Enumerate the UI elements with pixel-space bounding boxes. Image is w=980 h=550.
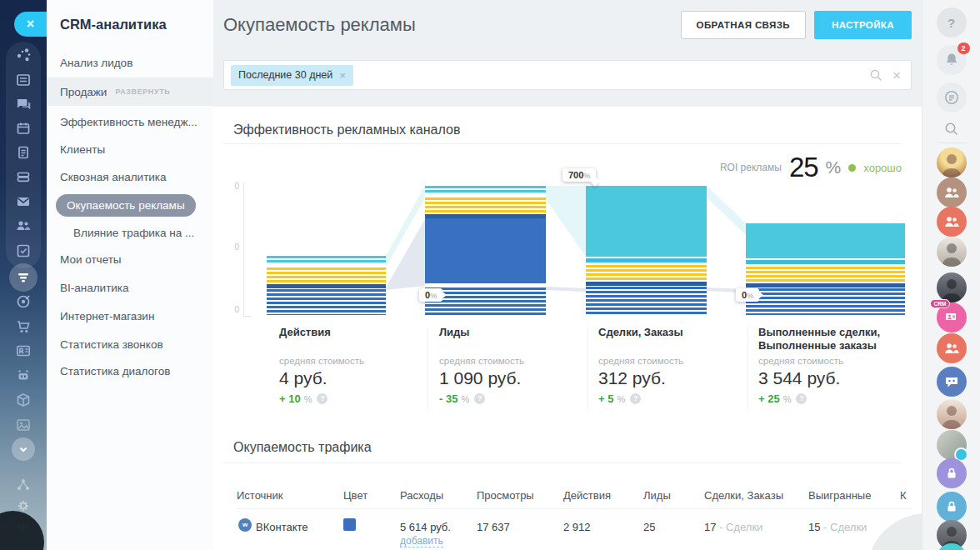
bell-icon	[943, 52, 960, 68]
avatar-group-1[interactable]	[937, 178, 967, 208]
sidebar-item-ad-payback-selected[interactable]: Окупаемость рекламы	[47, 191, 213, 219]
sidebar-item-clients[interactable]: Клиенты	[47, 135, 213, 163]
help-icon[interactable]: ?	[630, 393, 641, 404]
col-header-deals[interactable]: Сделки, Заказы	[704, 489, 783, 502]
search-button[interactable]	[937, 114, 967, 144]
col-header-views[interactable]: Просмотры	[477, 489, 534, 502]
funnel-section-title: Эффективность рекламных каналов	[233, 122, 460, 138]
avatar-workspace[interactable]	[937, 430, 967, 460]
tooltip-unit: %	[583, 172, 590, 180]
traffic-section-title: Окупаемость трафика	[233, 440, 372, 455]
chat-icon[interactable]	[15, 96, 32, 112]
sidebar-title: CRM-аналитика	[60, 17, 167, 32]
section-divider	[223, 143, 902, 144]
card-delta-unit: %	[461, 394, 469, 404]
color-swatch[interactable]	[343, 518, 356, 531]
add-expenses-link[interactable]: добавить	[400, 535, 443, 548]
sidebar-item-lead-analysis[interactable]: Анализ лидов	[47, 48, 213, 77]
crm-funnel-icon-active[interactable]	[9, 263, 38, 292]
chevron-down-icon[interactable]	[12, 438, 35, 461]
tooltip-unit: %	[430, 292, 437, 300]
cell-source[interactable]: ВКонтакте	[256, 521, 308, 533]
y-tick: 0	[228, 242, 239, 252]
chip-remove-icon[interactable]: ×	[339, 69, 346, 82]
col-header-won[interactable]: Выигранные	[808, 489, 871, 502]
col-header-clipped[interactable]: К	[900, 489, 907, 502]
network-icon[interactable]	[15, 47, 32, 63]
avatar-user-2[interactable]	[937, 237, 967, 267]
sidebar-item-online-store[interactable]: Интернет-магазин	[47, 302, 213, 330]
card-subtitle: средняя стоимость	[279, 356, 422, 366]
group-icon	[942, 339, 961, 358]
col-header-source[interactable]: Источник	[237, 489, 283, 502]
metric-card-leads: Лиды средняя стоимость 1 090 руб. - 35%?	[439, 326, 582, 405]
main-content: Окупаемость рекламы ОБРАТНАЯ СВЯЗЬ НАСТР…	[213, 0, 922, 550]
drive-icon[interactable]	[15, 168, 32, 185]
col-header-expenses[interactable]: Расходы	[400, 489, 443, 502]
card-delta-unit: %	[617, 394, 625, 404]
contact-card-icon[interactable]	[15, 342, 32, 359]
calendar-icon[interactable]	[15, 120, 32, 137]
help-icon[interactable]: ?	[474, 393, 485, 404]
search-icon[interactable]	[869, 68, 882, 82]
sidebar-item-traffic-influence[interactable]: Влияние трафика на ...	[47, 218, 213, 247]
box-icon[interactable]	[15, 392, 32, 408]
avatar-user-1[interactable]	[937, 148, 967, 178]
tasks-icon[interactable]	[15, 242, 32, 259]
help-button[interactable]: ?	[937, 8, 967, 38]
avatar-group-2[interactable]	[937, 207, 967, 237]
target-icon[interactable]	[15, 293, 32, 310]
avatar-user-3[interactable]	[937, 272, 967, 302]
document-icon[interactable]	[15, 144, 32, 161]
messenger-button[interactable]	[937, 82, 967, 112]
cart-icon[interactable]	[15, 318, 32, 335]
sidebar-item-bi-analytics[interactable]: BI-аналитика	[47, 273, 213, 302]
vk-glyph: w	[242, 521, 248, 528]
image-icon[interactable]	[15, 417, 32, 433]
sidebar-item-dialog-statistics[interactable]: Статистика диалогов	[47, 357, 213, 385]
funnel-column-actions[interactable]	[267, 256, 386, 315]
sidebar-item-end-to-end-analytics[interactable]: Сквозная аналитика	[47, 162, 213, 191]
avatar-chat-group[interactable]	[937, 367, 967, 397]
sidebar-item-call-statistics[interactable]: Статистика звонков	[47, 330, 213, 358]
col-header-actions[interactable]: Действия	[563, 489, 611, 502]
card-value: 312 руб.	[598, 368, 742, 388]
col-header-color[interactable]: Цвет	[343, 489, 368, 502]
settings-button[interactable]: НАСТРОЙКА	[814, 11, 912, 39]
cell-expenses: 5 614 руб.	[400, 521, 451, 533]
sidebar-item-manager-efficiency[interactable]: Эффективность менедж...	[47, 108, 213, 136]
avatar-crm-group[interactable]: CRM	[937, 302, 967, 332]
avatar-user-4[interactable]	[937, 399, 967, 429]
funnel-column-deals[interactable]	[586, 186, 707, 315]
sidebar-item-sales[interactable]: Продажи РАЗВЕРНУТЬ	[47, 78, 213, 106]
close-sidebar-button[interactable]: ×	[14, 12, 47, 37]
notifications-button[interactable]: 2	[937, 45, 967, 75]
card-value: 1 090 руб.	[439, 368, 582, 388]
kanban-icon[interactable]	[15, 72, 32, 88]
funnel-column-won-deals[interactable]	[746, 223, 905, 315]
avatar-locked-2[interactable]	[937, 492, 967, 522]
sidebar-item-my-reports[interactable]: Мои отчеты	[47, 245, 213, 273]
card-divider	[588, 328, 588, 408]
col-header-leads[interactable]: Лиды	[643, 489, 671, 502]
help-icon[interactable]: ?	[317, 393, 328, 404]
mail-icon[interactable]	[15, 193, 32, 210]
filter-search-bar[interactable]: Последние 30 дней × ×	[223, 60, 912, 90]
share-icon[interactable]	[15, 477, 32, 493]
filter-chip-label: Последние 30 дней	[238, 69, 332, 81]
bottom-left-shadow	[0, 511, 44, 550]
people-icon[interactable]	[15, 218, 32, 234]
card-delta: + 25	[758, 392, 780, 405]
right-toolbar: ? 2 CRM	[922, 0, 980, 550]
filter-chip[interactable]: Последние 30 дней ×	[231, 65, 353, 86]
feedback-button[interactable]: ОБРАТНАЯ СВЯЗЬ	[681, 11, 806, 39]
question-icon: ?	[948, 16, 955, 30]
robot-icon[interactable]	[15, 367, 32, 383]
clear-search-icon[interactable]: ×	[892, 68, 901, 82]
avatar-group-3[interactable]	[937, 333, 967, 363]
header-buttons: ОБРАТНАЯ СВЯЗЬ НАСТРОЙКА	[681, 11, 912, 39]
expand-label[interactable]: РАЗВЕРНУТЬ	[115, 88, 170, 96]
help-icon[interactable]: ?	[796, 393, 807, 404]
cell-deals-suffix: - Сделки	[719, 521, 762, 533]
avatar-locked-1[interactable]	[937, 458, 967, 488]
